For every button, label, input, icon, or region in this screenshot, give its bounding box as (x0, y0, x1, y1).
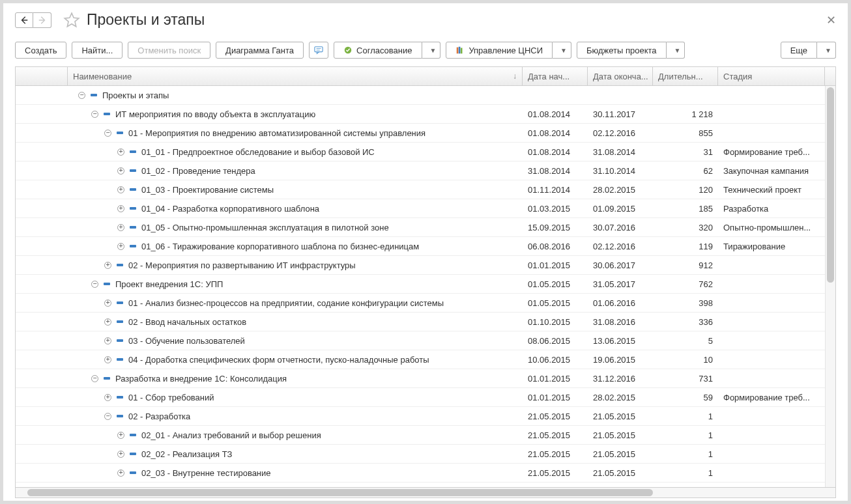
vertical-scrollbar[interactable] (825, 86, 835, 487)
tree-expander[interactable]: − (78, 92, 85, 99)
budgets-caret[interactable]: ▼ (667, 42, 685, 59)
tree-node-icon (117, 320, 123, 323)
table-row[interactable]: +02_02 - Реализация ТЗ21.05.201521.05.20… (16, 445, 835, 464)
table-row[interactable]: +01 - Сбор требований01.01.201528.02.201… (16, 388, 835, 407)
tree-expander[interactable]: + (104, 337, 111, 344)
row-duration: 59 (653, 393, 718, 402)
row-duration: 1 (653, 449, 718, 459)
table-row[interactable]: −02 - Разработка21.05.201521.05.20151 (16, 407, 835, 426)
col-end-header[interactable]: Дата оконча... (588, 67, 653, 85)
table-row[interactable]: +01_05 - Опытно-промышленная эксплуатаци… (16, 218, 835, 237)
row-end: 31.08.2016 (588, 317, 653, 327)
col-name-label: Наименование (73, 72, 132, 81)
tree-expander[interactable]: + (117, 469, 124, 477)
row-name: 01_03 - Проектирование системы (141, 185, 274, 195)
table-row[interactable]: −Проект внедрения 1С: УПП01.05.201531.05… (16, 275, 835, 294)
nsi-dropdown[interactable]: Управление ЦНСИ (446, 42, 553, 59)
row-end: 01.09.2015 (588, 204, 653, 214)
tree-expander[interactable]: + (104, 356, 111, 363)
favorite-star-icon[interactable] (63, 12, 80, 29)
table-row[interactable]: −Проекты и этапы (16, 86, 835, 105)
nsi-caret[interactable]: ▼ (553, 42, 571, 59)
row-name: 02 - Ввод начальных остатков (128, 317, 246, 327)
table-row[interactable]: +01_01 - Предпроектное обследование и вы… (16, 143, 835, 161)
table-row[interactable]: +01_03 - Проектирование системы01.11.201… (16, 180, 835, 199)
table-row[interactable]: +02 - Ввод начальных остатков01.10.20153… (16, 313, 835, 331)
approval-dropdown[interactable]: Согласование (334, 42, 422, 59)
tree-table: Наименование ↓ Дата нач... Дата оконча..… (15, 66, 836, 498)
col-name-header[interactable]: Наименование ↓ (68, 67, 523, 85)
tree-expander[interactable]: − (104, 413, 111, 420)
col-duration-header[interactable]: Длительн... (653, 67, 718, 85)
col-stage-header[interactable]: Стадия (718, 67, 825, 85)
table-row[interactable]: −ИТ мероприятия по вводу объекта в экспл… (16, 105, 835, 124)
more-button[interactable]: Еще (781, 42, 817, 59)
table-row[interactable]: +04 - Доработка специфических форм отчет… (16, 350, 835, 369)
row-duration: 120 (653, 185, 718, 195)
row-stage: Формирование треб... (718, 147, 825, 157)
tree-expander[interactable]: + (117, 224, 124, 231)
tree-expander[interactable]: + (104, 318, 111, 326)
table-row[interactable]: +03 - Обучение пользователей08.06.201513… (16, 331, 835, 350)
row-end: 28.02.2015 (588, 185, 653, 195)
tree-expander[interactable]: − (91, 111, 98, 118)
tree-expander[interactable]: + (117, 451, 124, 458)
col-indent-header[interactable] (16, 67, 68, 85)
table-header: Наименование ↓ Дата нач... Дата оконча..… (16, 67, 835, 86)
tree-expander[interactable]: + (117, 432, 124, 439)
row-end: 30.06.2017 (588, 260, 653, 270)
row-end: 19.06.2015 (588, 355, 653, 365)
sort-arrow-icon: ↓ (513, 72, 517, 81)
table-row[interactable]: +01 - Анализ бизнес-процессов на предпри… (16, 294, 835, 313)
row-start: 01.10.2015 (523, 317, 588, 327)
approval-caret[interactable]: ▼ (422, 42, 441, 59)
arrow-left-icon (20, 16, 29, 25)
horizontal-scroll-thumb[interactable] (27, 489, 653, 496)
table-row[interactable]: +02 - Мероприятия по развертыванию ИТ ин… (16, 256, 835, 275)
tree-expander[interactable]: − (91, 375, 98, 382)
table-row[interactable]: +01_02 - Проведение тендера31.08.201431.… (16, 161, 835, 180)
nav-forward-button[interactable] (33, 12, 51, 28)
row-name: ИТ мероприятия по вводу объекта в эксплу… (115, 109, 315, 119)
table-row[interactable]: +02_01 - Анализ требований и выбор решен… (16, 426, 835, 445)
row-start: 01.08.2014 (523, 109, 588, 119)
tree-expander[interactable]: + (117, 243, 124, 250)
nav-back-button[interactable] (15, 12, 33, 28)
tree-expander[interactable]: + (104, 300, 111, 307)
tree-expander[interactable]: + (117, 148, 124, 156)
table-row[interactable]: +02_03 - Внутренне тестирование21.05.201… (16, 464, 835, 483)
row-name: 02_02 - Реализация ТЗ (141, 449, 232, 459)
table-row[interactable]: +01_06 - Тиражирование корпоративного ша… (16, 237, 835, 256)
tree-expander[interactable]: + (117, 205, 124, 212)
tree-expander[interactable]: + (117, 167, 124, 175)
comments-button[interactable] (309, 42, 328, 59)
tree-expander[interactable]: + (104, 394, 111, 401)
find-button[interactable]: Найти... (72, 42, 123, 59)
row-stage: Закупочная кампания (718, 166, 825, 176)
row-end: 21.05.2015 (588, 449, 653, 459)
row-name: 04 - Доработка специфических форм отчетн… (128, 355, 429, 365)
row-stage: Опытно-промышлен... (718, 223, 825, 232)
table-row[interactable]: −01 - Мероприятия по внедрению автоматиз… (16, 124, 835, 143)
nsi-label: Управление ЦНСИ (469, 46, 543, 55)
tree-expander[interactable]: + (104, 262, 111, 269)
col-start-header[interactable]: Дата нач... (523, 67, 588, 85)
tree-expander[interactable]: − (104, 130, 111, 137)
row-end: 21.05.2015 (588, 468, 653, 478)
row-end: 31.08.2014 (588, 147, 653, 157)
create-button[interactable]: Создать (15, 42, 66, 59)
row-name: 01_06 - Тиражирование корпоративного шаб… (141, 242, 419, 251)
approval-label: Согласование (356, 46, 412, 55)
table-row[interactable]: +01_04 - Разработка корпоративного шабло… (16, 199, 835, 218)
row-stage: Разработка (718, 204, 825, 214)
table-row[interactable]: −Разработка и внедрение 1С: Консолидация… (16, 369, 835, 388)
tree-expander[interactable]: − (91, 281, 98, 288)
budgets-dropdown[interactable]: Бюджеты проекта (577, 42, 667, 59)
horizontal-scrollbar[interactable] (16, 487, 835, 497)
gantt-button[interactable]: Диаграмма Ганта (216, 42, 304, 59)
vertical-scroll-thumb[interactable] (827, 87, 834, 283)
close-button[interactable]: ✕ (826, 14, 836, 26)
more-caret[interactable]: ▼ (817, 42, 836, 59)
tree-expander[interactable]: + (117, 186, 124, 193)
row-start: 06.08.2016 (523, 242, 588, 251)
